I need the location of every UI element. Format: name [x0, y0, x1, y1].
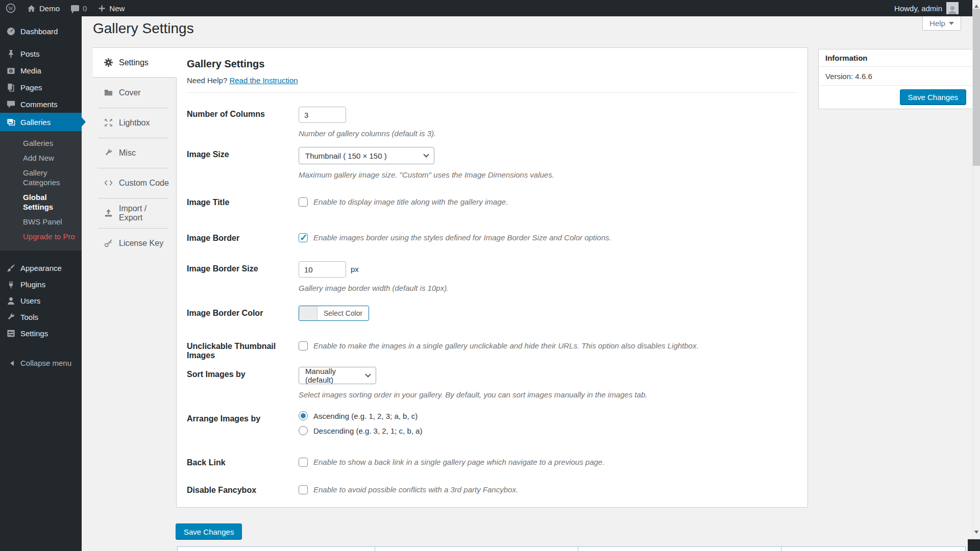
- selected-value: Manually (default): [305, 367, 360, 384]
- submenu-item-add-new[interactable]: Add New: [0, 151, 82, 165]
- site-name-link[interactable]: Demo: [21, 0, 65, 16]
- disable-fancybox-checkbox[interactable]: [299, 485, 308, 494]
- row-image-title: Image Title Enable to display image titl…: [187, 195, 797, 207]
- tab-cover[interactable]: Cover: [93, 78, 176, 108]
- wrench-icon: [104, 148, 113, 158]
- expand-arrows-icon: [104, 118, 113, 128]
- instruction-link[interactable]: Read the Instruction: [229, 76, 298, 85]
- sidebar-item-tools[interactable]: Tools: [0, 309, 82, 325]
- sidebar-item-appearance[interactable]: Appearance: [0, 260, 82, 276]
- image-border-size-input[interactable]: [299, 261, 346, 278]
- save-changes-button[interactable]: Save Changes: [176, 523, 242, 540]
- info-save-changes-button[interactable]: Save Changes: [900, 89, 966, 105]
- checkbox-description: Enable to display image title along with…: [313, 197, 508, 206]
- row-unclickable-thumbnails: Unclickable Thumbnail Images Enable to m…: [187, 339, 797, 360]
- field-help: Gallery image border width (default is 1…: [299, 284, 797, 292]
- site-name: Demo: [39, 4, 60, 13]
- field-help: Number of gallery columns (default is 3)…: [299, 129, 797, 138]
- tab-import-export[interactable]: Import / Export: [93, 198, 176, 228]
- sidebar-item-label: Tools: [20, 313, 38, 321]
- pushpin-icon: [6, 49, 16, 59]
- field-label: Back Link: [187, 455, 299, 467]
- tab-custom-code[interactable]: Custom Code: [93, 168, 176, 198]
- row-back-link: Back Link Enable to show a back link in …: [187, 455, 797, 467]
- submenu-item-gallery-categories[interactable]: Gallery Categories: [0, 165, 82, 190]
- user-icon: [6, 296, 16, 306]
- galleries-icon: [6, 117, 16, 127]
- wordpress-logo-icon: W: [6, 3, 16, 13]
- media-icon: [6, 66, 16, 76]
- row-disable-fancybox: Disable Fancybox Enable to avoid possibl…: [187, 483, 797, 495]
- color-swatch: [299, 306, 317, 320]
- sort-images-select[interactable]: Manually (default): [299, 367, 376, 384]
- comment-bubble-icon: [71, 5, 79, 11]
- sidebar-item-label: Pages: [20, 83, 42, 92]
- tab-label: Import / Export: [119, 204, 172, 222]
- sidebar-item-plugins[interactable]: Plugins: [0, 276, 82, 292]
- field-help: Maximum gallery image size. "Custom" use…: [299, 170, 797, 179]
- sidebar-item-label: Users: [20, 296, 40, 305]
- account-menu[interactable]: Howdy, admin: [894, 0, 959, 16]
- sidebar-item-users[interactable]: Users: [0, 292, 82, 309]
- image-title-checkbox[interactable]: [299, 197, 308, 207]
- submenu-item-galleries[interactable]: Galleries: [0, 136, 82, 151]
- tools-icon: [6, 312, 16, 322]
- image-size-select[interactable]: Thumbnail ( 150 × 150 ): [299, 147, 434, 164]
- galleries-submenu: Galleries Add New Gallery Categories Glo…: [0, 131, 82, 251]
- submenu-item-upgrade-to-pro[interactable]: Upgrade to Pro: [0, 229, 82, 244]
- descending-radio[interactable]: [299, 426, 308, 435]
- sidebar-item-label: Appearance: [20, 264, 62, 272]
- field-label: Number of Columns: [187, 107, 299, 119]
- tab-license-key[interactable]: License Key: [93, 228, 176, 258]
- field-label: Image Size: [187, 147, 299, 159]
- settings-panel: Settings Cover Lightbox Misc Custom Code: [93, 47, 808, 508]
- scrollbar-thumb[interactable]: [973, 9, 980, 166]
- ascending-radio[interactable]: [299, 411, 308, 420]
- number-of-columns-input[interactable]: [299, 107, 346, 123]
- back-link-checkbox[interactable]: [299, 458, 308, 467]
- section-heading: Gallery Settings: [187, 58, 264, 70]
- tab-settings[interactable]: Settings: [93, 47, 177, 78]
- checkbox-description: Enable to make the images in a single ga…: [313, 341, 699, 350]
- sidebar-item-posts[interactable]: Posts: [0, 45, 82, 62]
- image-border-checkbox[interactable]: [299, 233, 308, 242]
- tab-misc[interactable]: Misc: [93, 138, 176, 168]
- field-label: Sort Images by: [187, 367, 299, 379]
- code-icon: [104, 178, 113, 188]
- help-tab-button[interactable]: Help: [922, 16, 961, 31]
- collapse-menu-button[interactable]: Collapse menu: [0, 355, 82, 371]
- sidebar-item-dashboard[interactable]: Dashboard: [0, 23, 82, 40]
- sidebar-item-galleries[interactable]: Galleries: [0, 113, 82, 131]
- scrollbar[interactable]: [972, 0, 980, 551]
- field-label: Arrange Images by: [187, 411, 299, 423]
- new-content-link[interactable]: New: [92, 0, 130, 16]
- corner-dark-square: [968, 539, 980, 551]
- submenu-item-bws-panel[interactable]: BWS Panel: [0, 214, 82, 229]
- plug-icon: [6, 280, 16, 289]
- unit-suffix: px: [351, 261, 359, 278]
- field-label: Image Title: [187, 195, 299, 207]
- sidebar-item-label: Posts: [20, 49, 40, 58]
- row-number-of-columns: Number of Columns Number of gallery colu…: [187, 107, 797, 138]
- need-help-line: Need Help? Read the Instruction: [187, 76, 298, 85]
- svg-text:W: W: [8, 6, 13, 11]
- howdy-text: Howdy, admin: [894, 4, 942, 13]
- unclickable-thumbnails-checkbox[interactable]: [299, 341, 308, 350]
- sidebar-item-comments[interactable]: Comments: [0, 96, 82, 113]
- scroll-up-arrow-icon[interactable]: [974, 3, 978, 8]
- checkbox-description: Enable images border using the styles de…: [313, 233, 611, 242]
- sidebar-item-pages[interactable]: Pages: [0, 79, 82, 96]
- comments-link[interactable]: 0: [65, 0, 92, 16]
- scroll-down-arrow-icon[interactable]: [974, 531, 978, 536]
- settings-tabs: Settings Cover Lightbox Misc Custom Code: [93, 47, 177, 508]
- select-color-button[interactable]: Select Color: [299, 306, 369, 321]
- submenu-item-global-settings[interactable]: Global Settings: [0, 190, 82, 214]
- settings-content: Gallery Settings Need Help? Read the Ins…: [177, 48, 807, 507]
- tab-lightbox[interactable]: Lightbox: [93, 108, 176, 138]
- page-title: Gallery Settings: [93, 20, 194, 37]
- sidebar-item-media[interactable]: Media: [0, 62, 82, 79]
- row-image-size: Image Size Thumbnail ( 150 × 150 ) Maxim…: [187, 147, 797, 179]
- sidebar-item-settings[interactable]: Settings: [0, 325, 82, 341]
- comment-icon: [6, 99, 16, 109]
- wordpress-logo[interactable]: W: [0, 0, 21, 16]
